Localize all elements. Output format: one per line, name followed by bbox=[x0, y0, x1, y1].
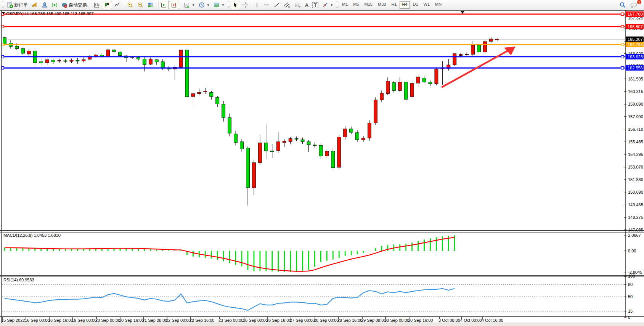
svg-text:161.505: 161.505 bbox=[628, 77, 643, 81]
candlestick-chart-button[interactable] bbox=[102, 1, 112, 9]
candle-body bbox=[21, 48, 24, 53]
toolbar-grip[interactable] bbox=[336, 2, 338, 8]
candle-body bbox=[404, 82, 408, 99]
svg-text:100: 100 bbox=[628, 274, 635, 278]
candle-body bbox=[70, 60, 73, 61]
indicators-button[interactable]: ▼ bbox=[182, 1, 197, 9]
candle-body bbox=[252, 163, 255, 188]
svg-text:153.070: 153.070 bbox=[628, 165, 643, 169]
channel-tool[interactable]: E bbox=[282, 1, 292, 9]
timeframe-m15[interactable]: M15 bbox=[362, 1, 375, 9]
candle-body bbox=[119, 52, 122, 55]
toolbar-grip[interactable] bbox=[2, 2, 4, 8]
zoom-out-button[interactable] bbox=[135, 1, 146, 9]
crosshair-button[interactable] bbox=[240, 1, 250, 9]
candle-body bbox=[137, 57, 140, 59]
line-chart-icon bbox=[114, 2, 120, 8]
svg-text:4 Oct 00:00: 4 Oct 00:00 bbox=[460, 318, 482, 323]
search-icon bbox=[619, 2, 626, 8]
candle-body bbox=[155, 59, 158, 62]
chart-menu-arrow-icon[interactable] bbox=[2, 12, 5, 14]
toolbar-grip[interactable] bbox=[228, 2, 230, 8]
vertical-line-icon bbox=[255, 2, 259, 8]
timeframe-m1[interactable]: M1 bbox=[340, 1, 350, 9]
candle-body bbox=[27, 51, 31, 54]
timeframe-group: M1M5M15M30H1H4D1W1MN bbox=[339, 1, 444, 9]
arrows-tool[interactable]: ▼ bbox=[320, 1, 335, 9]
market-watch-button[interactable] bbox=[30, 1, 40, 9]
autotrading-button[interactable]: 自动交易 bbox=[59, 1, 89, 9]
auto-scroll-button[interactable] bbox=[159, 1, 169, 9]
tile-windows-button[interactable] bbox=[146, 1, 156, 9]
candle-body bbox=[325, 151, 329, 156]
chart-canvas[interactable]: 167.325166.300165.110163.920162.730161.5… bbox=[0, 0, 644, 326]
horizontal-line-tool[interactable] bbox=[261, 1, 272, 9]
templates-button[interactable]: ▼ bbox=[212, 1, 226, 9]
svg-text:26 Sep 16:00: 26 Sep 16:00 bbox=[266, 318, 291, 323]
hline-handle[interactable] bbox=[621, 13, 624, 16]
notifications-button[interactable]: 1 bbox=[628, 1, 639, 9]
timeframe-mn[interactable]: MN bbox=[433, 1, 444, 9]
svg-text:28 Sep 00:00: 28 Sep 00:00 bbox=[314, 318, 339, 323]
fibonacci-icon: F bbox=[294, 2, 301, 8]
hline-handle[interactable] bbox=[621, 25, 624, 28]
periods-button[interactable]: ▼ bbox=[197, 1, 212, 9]
signals-button[interactable] bbox=[50, 1, 59, 9]
timeframe-m5[interactable]: M5 bbox=[351, 1, 361, 9]
text-tool[interactable]: A bbox=[303, 1, 310, 9]
trendline-tool[interactable] bbox=[272, 1, 282, 9]
text-label-icon: T bbox=[312, 2, 318, 8]
clock-icon bbox=[199, 2, 205, 8]
data-window-button[interactable] bbox=[40, 1, 50, 9]
svg-text:16 Sep 00:00: 16 Sep 00:00 bbox=[25, 318, 50, 323]
svg-text:2.0667: 2.0667 bbox=[628, 233, 641, 238]
text-label-tool[interactable]: T bbox=[310, 1, 320, 9]
candle-body bbox=[289, 139, 292, 142]
toolbar-divider bbox=[90, 1, 90, 9]
toolbar-divider bbox=[124, 1, 124, 9]
timeframe-d1[interactable]: D1 bbox=[411, 1, 421, 9]
fibonacci-tool[interactable]: F bbox=[292, 1, 303, 9]
candle-body bbox=[264, 143, 268, 151]
timeframe-w1[interactable]: W1 bbox=[421, 1, 432, 9]
svg-text:29 Sep 08:00: 29 Sep 08:00 bbox=[361, 318, 386, 323]
new-order-button[interactable]: 新订单 bbox=[5, 1, 30, 9]
candle-body bbox=[392, 83, 395, 91]
mt4-window: 新订单 自动交易 bbox=[0, 0, 644, 326]
candle-body bbox=[283, 141, 286, 143]
new-order-label: 新订单 bbox=[14, 2, 28, 8]
candle-body bbox=[45, 59, 49, 63]
svg-text:30 Sep 16:00: 30 Sep 16:00 bbox=[408, 318, 433, 323]
candle-body bbox=[374, 100, 377, 123]
vertical-line-tool[interactable] bbox=[253, 1, 261, 9]
chevron-down-icon: ▼ bbox=[330, 3, 333, 7]
candle-body bbox=[398, 82, 401, 90]
bar-chart-button[interactable] bbox=[92, 1, 102, 9]
candle-body bbox=[362, 138, 365, 140]
new-order-icon bbox=[7, 2, 13, 8]
hline-handle[interactable] bbox=[621, 43, 624, 46]
zoom-in-button[interactable] bbox=[125, 1, 135, 9]
timeframe-m30[interactable]: M30 bbox=[376, 1, 388, 9]
candle-body bbox=[246, 148, 250, 188]
candle-body bbox=[429, 82, 432, 84]
chat-bubble-icon bbox=[630, 2, 638, 8]
candle-body bbox=[51, 60, 55, 62]
chart-shift-button[interactable] bbox=[169, 1, 179, 9]
timeframe-h1[interactable]: H1 bbox=[389, 1, 399, 9]
svg-text:22 Sep 00:00: 22 Sep 00:00 bbox=[166, 318, 191, 323]
cursor-button[interactable] bbox=[231, 1, 240, 9]
timeframe-h4[interactable]: H4 bbox=[400, 1, 410, 9]
horizontal-line-icon bbox=[263, 2, 270, 8]
chevron-down-icon: ▼ bbox=[207, 3, 210, 7]
candle-body bbox=[344, 129, 347, 137]
svg-text:23 Sep 08:00: 23 Sep 08:00 bbox=[218, 318, 243, 323]
candle-body bbox=[453, 54, 456, 65]
svg-text:20 Sep 16:00: 20 Sep 16:00 bbox=[119, 318, 144, 323]
template-icon bbox=[214, 2, 220, 8]
signal-icon bbox=[51, 2, 58, 8]
hline-handle[interactable] bbox=[621, 55, 624, 58]
hline-handle[interactable] bbox=[621, 67, 624, 69]
line-chart-button[interactable] bbox=[112, 1, 122, 9]
search-button[interactable] bbox=[617, 1, 628, 9]
